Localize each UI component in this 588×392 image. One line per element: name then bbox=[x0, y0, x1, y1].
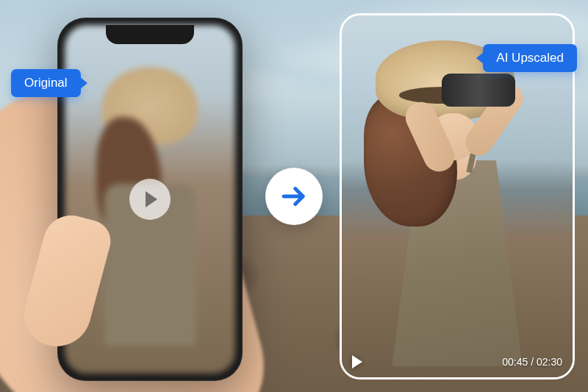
play-button-large[interactable] bbox=[129, 179, 171, 220]
video-controls: 00:45 / 02:30 bbox=[352, 355, 562, 368]
play-icon bbox=[146, 191, 157, 207]
arrow-right-icon bbox=[279, 181, 309, 212]
play-button-small[interactable] bbox=[352, 355, 362, 368]
transform-arrow bbox=[265, 168, 323, 225]
original-label: Original bbox=[11, 69, 81, 97]
phone-notch bbox=[106, 25, 194, 44]
upscaled-label: AI Upscaled bbox=[483, 44, 577, 72]
video-timecode: 00:45 / 02:30 bbox=[502, 356, 562, 368]
